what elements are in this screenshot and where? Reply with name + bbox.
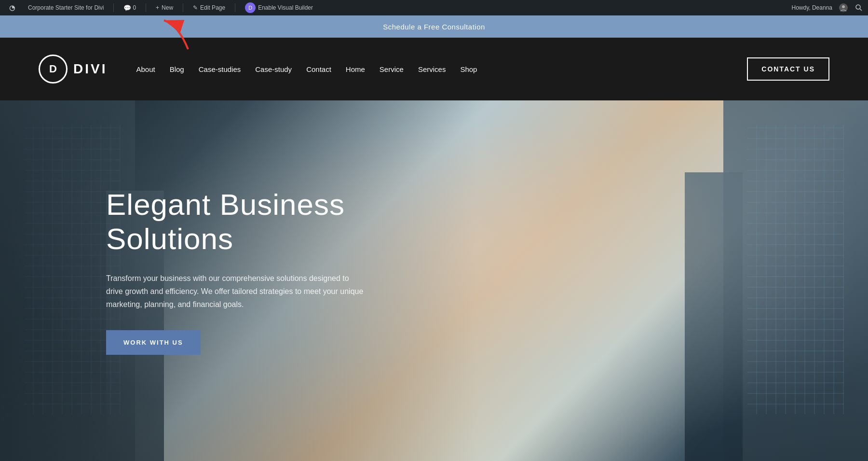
greeting-label: Howdy, Deanna — [792, 4, 833, 11]
admin-avatar[interactable] — [836, 3, 851, 12]
hero-content: Elegant Business Solutions Transform you… — [0, 100, 366, 355]
plus-icon: + — [156, 4, 159, 11]
svg-point-2 — [856, 5, 860, 9]
divider-1 — [113, 3, 114, 12]
new-label: New — [162, 4, 173, 11]
enable-vb-label: Enable Visual Builder — [258, 4, 313, 11]
nav-shop[interactable]: Shop — [460, 65, 477, 73]
enable-vb-item[interactable]: D Enable Visual Builder — [242, 0, 316, 15]
nav-case-studies[interactable]: Case-studies — [199, 65, 241, 73]
divider-2 — [146, 3, 146, 12]
divider-4 — [235, 3, 235, 12]
site-title: Corporate Starter Site for Divi — [28, 4, 104, 11]
divider-3 — [183, 3, 183, 12]
svg-point-1 — [842, 5, 845, 8]
navigation: D DIVI About Blog Case-studies Case-stud… — [0, 38, 868, 100]
nav-blog[interactable]: Blog — [170, 65, 184, 73]
announcement-text: Schedule a Free Consultation — [383, 23, 485, 31]
edit-label: Edit Page — [200, 4, 225, 11]
contact-us-button[interactable]: CONTACT US — [747, 57, 829, 81]
wp-logo-icon: ◔ — [8, 3, 16, 12]
svg-line-3 — [860, 9, 862, 11]
pencil-icon: ✎ — [193, 4, 198, 11]
site-title-item[interactable]: Corporate Starter Site for Divi — [25, 0, 107, 15]
nav-contact[interactable]: Contact — [306, 65, 331, 73]
admin-bar: ◔ Corporate Starter Site for Divi 💬 0 + … — [0, 0, 868, 15]
new-item[interactable]: + New — [153, 0, 176, 15]
nav-service[interactable]: Service — [380, 65, 404, 73]
logo-area[interactable]: D DIVI — [39, 55, 107, 84]
user-avatar-icon — [839, 3, 848, 12]
announcement-bar[interactable]: Schedule a Free Consultation — [0, 15, 868, 38]
comment-count-label: 0 — [133, 4, 136, 11]
work-with-us-button[interactable]: WORK WITH US — [106, 330, 201, 355]
nav-home[interactable]: Home — [346, 65, 365, 73]
edit-page-item[interactable]: ✎ Edit Page — [190, 0, 228, 15]
admin-bar-right: Howdy, Deanna — [792, 3, 864, 12]
nav-case-study[interactable]: Case-study — [255, 65, 292, 73]
nav-about[interactable]: About — [136, 65, 155, 73]
divi-logo-circle: D — [39, 55, 68, 84]
nav-services[interactable]: Services — [418, 65, 446, 73]
logo-letter: D — [49, 63, 57, 75]
hero-title: Elegant Business Solutions — [106, 187, 366, 256]
hero-section: Elegant Business Solutions Transform you… — [0, 100, 868, 461]
nav-links: About Blog Case-studies Case-study Conta… — [136, 65, 747, 73]
search-icon[interactable] — [854, 3, 863, 12]
enable-vb-icon: D — [245, 2, 256, 13]
hero-description: Transform your business with our compreh… — [106, 272, 366, 311]
logo-text: DIVI — [73, 61, 107, 77]
comment-count-item[interactable]: 💬 0 — [121, 0, 139, 15]
comment-bubble-icon: 💬 — [123, 4, 131, 12]
wp-logo-item[interactable]: ◔ — [5, 0, 19, 15]
